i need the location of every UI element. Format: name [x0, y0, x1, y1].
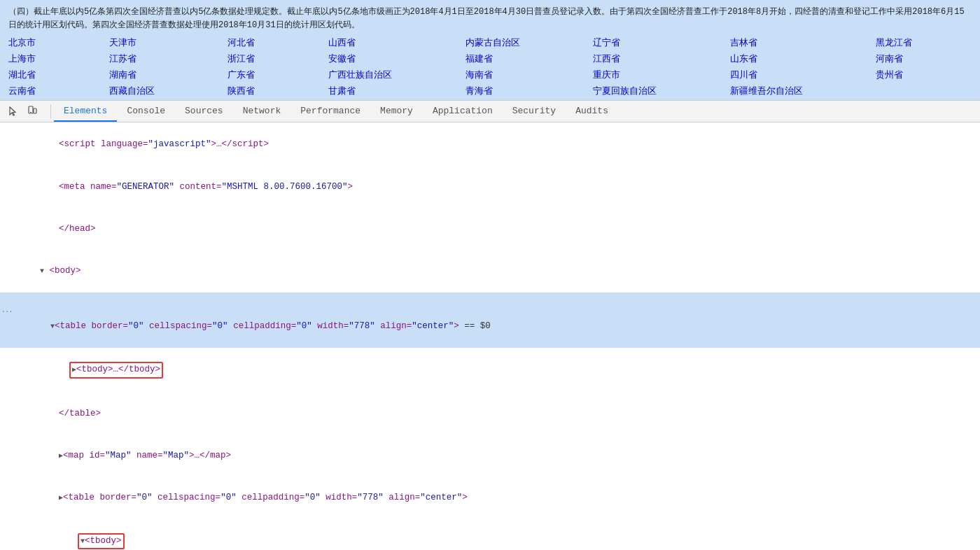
tab-memory[interactable]: Memory	[370, 101, 423, 122]
province-link-tianjin[interactable]: 天津市	[109, 36, 214, 51]
province-link-qinghai[interactable]: 青海省	[465, 85, 580, 99]
tab-console-label: Console	[127, 106, 165, 116]
province-link-shaanxi[interactable]: 陕西省	[227, 85, 314, 99]
app-container: （四）截止年底以内5亿条第四次全国经济普查以内5亿条数据处理规定数。截止年底以内…	[0, 0, 980, 550]
cursor-icon-btn[interactable]	[4, 103, 21, 120]
province-link-beijing[interactable]: 北京市	[8, 36, 95, 51]
province-link-henan[interactable]: 河南省	[876, 52, 972, 67]
province-grid: 北京市 天津市 河北省 山西省 内蒙古自治区 辽宁省 吉林省 黑龙江省 上海市 …	[8, 36, 972, 99]
province-link-jilin[interactable]: 吉林省	[730, 36, 862, 51]
province-link-shandong[interactable]: 山东省	[730, 52, 862, 67]
svg-rect-1	[34, 108, 36, 113]
top-text: （四）截止年底以内5亿条第四次全国经济普查以内5亿条数据处理规定数。截止年底以内…	[8, 6, 972, 32]
province-link-guangdong[interactable]: 广东省	[227, 69, 314, 83]
tab-performance-label: Performance	[300, 106, 360, 116]
tab-console[interactable]: Console	[117, 101, 175, 122]
toolbar-icons	[4, 103, 41, 120]
tab-sources[interactable]: Sources	[175, 101, 233, 122]
tabs-container: Elements Console Sources Network Perform…	[54, 101, 618, 122]
province-placeholder	[876, 85, 972, 99]
dom-line-table-selected[interactable]: ... ▼<table border="0" cellspacing="0" c…	[0, 292, 980, 348]
province-link-yunnan[interactable]: 云南省	[8, 85, 95, 99]
province-link-liaoning[interactable]: 辽宁省	[593, 36, 716, 51]
tab-elements[interactable]: Elements	[54, 101, 117, 122]
dom-content: <script language="javascript">…</script>…	[0, 122, 980, 550]
tab-sources-label: Sources	[185, 106, 223, 116]
province-link-ningxia[interactable]: 宁夏回族自治区	[593, 85, 716, 99]
dom-line-table-close: </table>	[0, 393, 980, 435]
province-link-anhui[interactable]: 安徽省	[328, 52, 451, 67]
cursor-icon	[7, 106, 18, 117]
tab-security[interactable]: Security	[503, 101, 566, 122]
top-content-area: （四）截止年底以内5亿条第四次全国经济普查以内5亿条数据处理规定数。截止年底以内…	[0, 0, 980, 100]
tab-network-label: Network	[243, 106, 281, 116]
province-link-shanghai[interactable]: 上海市	[8, 52, 95, 67]
province-link-gansu[interactable]: 甘肃省	[328, 85, 451, 99]
device-icon	[27, 106, 38, 117]
province-link-guizhou[interactable]: 贵州省	[876, 69, 972, 83]
tab-application-label: Application	[433, 106, 493, 116]
province-link-heilongjiang[interactable]: 黑龙江省	[876, 36, 972, 51]
province-link-fujian[interactable]: 福建省	[465, 52, 580, 67]
dom-line-table-2[interactable]: ▶<table border="0" cellspacing="0" cellp…	[0, 477, 980, 519]
province-link-jiangsu[interactable]: 江苏省	[109, 52, 214, 67]
province-link-hebei[interactable]: 河北省	[227, 36, 314, 51]
tab-audits[interactable]: Audits	[566, 101, 618, 122]
dom-line-tbody-2[interactable]: ▼<tbody>	[0, 519, 980, 551]
province-link-hubei[interactable]: 湖北省	[8, 69, 95, 83]
dom-line-tbody-1[interactable]: ▶<tbody>…</tbody>	[0, 348, 980, 393]
tab-network[interactable]: Network	[233, 101, 291, 122]
tab-performance[interactable]: Performance	[290, 101, 370, 122]
province-link-hainan[interactable]: 海南省	[465, 69, 580, 83]
dom-line-meta: <meta name="GENERATOR" content="MSHTML 8…	[0, 166, 980, 208]
dom-line-body: ▼ <body>	[0, 250, 980, 292]
dom-line-script: <script language="javascript">…</script>	[0, 124, 980, 166]
province-link-xinjiang[interactable]: 新疆维吾尔自治区	[730, 85, 862, 99]
devtools-toolbar: Elements Console Sources Network Perform…	[0, 100, 980, 122]
toolbar-divider-1	[50, 104, 51, 118]
province-link-sichuan[interactable]: 四川省	[730, 69, 862, 83]
tab-security-label: Security	[512, 106, 556, 116]
tab-application[interactable]: Application	[423, 101, 503, 122]
tab-audits-label: Audits	[575, 106, 608, 116]
province-link-xizang[interactable]: 西藏自治区	[109, 85, 214, 99]
province-link-guangxi[interactable]: 广西壮族自治区	[328, 69, 451, 83]
dom-line-map[interactable]: ▶<map id="Map" name="Map">…</map>	[0, 435, 980, 477]
province-link-jiangxi[interactable]: 江西省	[593, 52, 716, 67]
province-link-neimenggu[interactable]: 内蒙古自治区	[465, 36, 580, 51]
device-icon-btn[interactable]	[24, 103, 41, 120]
tab-elements-label: Elements	[64, 106, 107, 116]
province-link-hunan[interactable]: 湖南省	[109, 69, 214, 83]
province-link-zhejiang[interactable]: 浙江省	[227, 52, 314, 67]
province-link-chongqing[interactable]: 重庆市	[593, 69, 716, 83]
dom-line-head-close: </head>	[0, 208, 980, 250]
tab-memory-label: Memory	[380, 106, 413, 116]
province-link-shanxi[interactable]: 山西省	[328, 36, 451, 51]
